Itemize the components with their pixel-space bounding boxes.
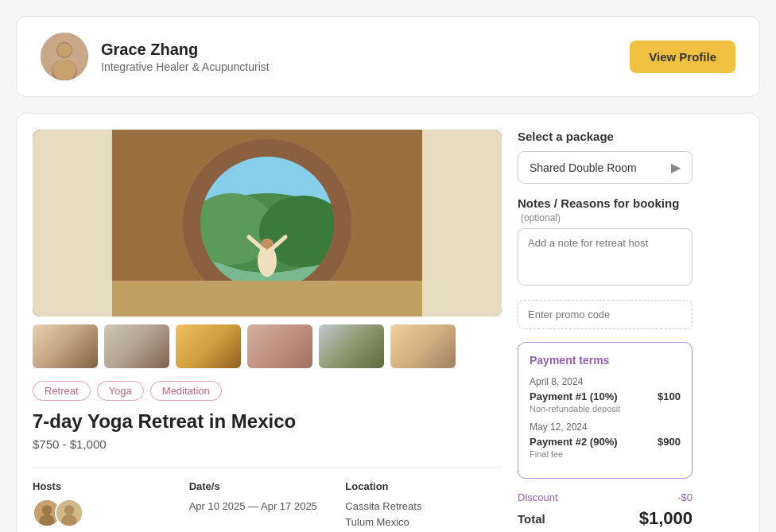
svg-rect-9 [33,130,112,316]
payment1-amount: $100 [658,390,681,402]
discount-row: Discount -$0 [518,491,693,503]
payment-terms-card: Payment terms April 8, 2024 Payment #1 (… [518,342,693,479]
thumbnail-5[interactable] [319,324,384,368]
payment2-label: Payment #2 (90%) [530,436,618,448]
dates-block: Date/s Apr 10 2025 — Apr 17 2025 [189,480,346,530]
hosts-block: Hosts [33,480,189,530]
package-select[interactable]: Shared Double Room ▶ [518,151,693,184]
location-line1: Cassita Retreats [345,499,502,515]
tag-retreat: Retreat [33,381,91,401]
notes-label: Notes / Reasons for booking (optional) [518,196,693,223]
location-line2: Tulum Mexico [345,515,502,530]
chevron-right-icon: ▶ [671,160,681,175]
payment-terms-title: Payment terms [530,354,681,367]
package-value: Shared Double Room [530,161,637,174]
profile-name: Grace Zhang [101,41,270,59]
payment1-row: Payment #1 (10%) $100 [530,390,681,402]
price-range: $750 - $1,000 [33,437,502,451]
thumbnail-1[interactable] [33,324,98,368]
payment1-label: Payment #1 (10%) [530,390,618,402]
right-column: Select a package Shared Double Room ▶ No… [518,130,693,532]
payment1-sub: Non-refundable deposit [530,404,681,414]
location-block: Location Cassita Retreats Tulum Mexico [345,480,502,530]
notes-textarea[interactable] [518,228,693,285]
retreat-title: 7-day Yoga Retreat in Mexico [33,410,502,433]
location-label: Location [345,480,502,492]
total-amount: $1,000 [639,508,693,529]
svg-point-4 [52,60,76,80]
thumbnail-3[interactable] [176,324,241,368]
total-row: Total $1,000 [518,508,693,529]
profile-title: Integrative Healer & Acupuncturist [101,60,270,73]
host-avatars [33,499,189,527]
tag-meditation: Meditation [150,381,222,401]
payment2-date: May 12, 2024 [530,421,681,433]
svg-point-29 [64,505,74,515]
thumbnail-row [33,324,502,368]
thumbnail-2[interactable] [104,324,169,368]
profile-info: Grace Zhang Integrative Healer & Acupunc… [101,41,270,73]
avatar [41,33,88,80]
payment1-date: April 8, 2024 [530,376,681,387]
thumbnail-6[interactable] [390,324,456,368]
promo-input[interactable] [518,300,693,329]
hero-image [33,130,502,316]
package-label: Select a package [518,130,693,143]
thumbnail-4[interactable] [247,324,312,368]
total-label: Total [518,512,545,526]
discount-value: -$0 [677,491,693,503]
tags: Retreat Yoga Meditation [33,381,502,401]
payment2-row: Payment #2 (90%) $900 [530,436,681,448]
payment2-sub: Final fee [530,449,681,459]
svg-point-26 [42,505,52,515]
notes-section: Notes / Reasons for booking (optional) [518,196,693,300]
profile-card: Grace Zhang Integrative Healer & Acupunc… [16,16,760,97]
dates-value: Apr 10 2025 — Apr 17 2025 [189,499,346,515]
discount-label: Discount [518,491,558,503]
main-content: Retreat Yoga Meditation 7-day Yoga Retre… [16,113,760,532]
payment2-amount: $900 [658,436,681,448]
svg-point-22 [261,239,274,248]
profile-left: Grace Zhang Integrative Healer & Acupunc… [41,33,270,80]
tag-yoga: Yoga [97,381,144,401]
dates-label: Date/s [189,480,346,492]
notes-optional: (optional) [521,212,561,223]
svg-rect-24 [112,281,422,316]
info-section: Hosts [33,467,502,530]
hosts-label: Hosts [33,480,189,492]
notes-label-text: Notes / Reasons for booking [518,196,679,210]
host-avatar-2 [55,499,83,527]
svg-rect-11 [422,130,502,316]
svg-point-3 [57,43,72,57]
view-profile-button[interactable]: View Profile [630,41,735,73]
left-column: Retreat Yoga Meditation 7-day Yoga Retre… [33,130,502,532]
